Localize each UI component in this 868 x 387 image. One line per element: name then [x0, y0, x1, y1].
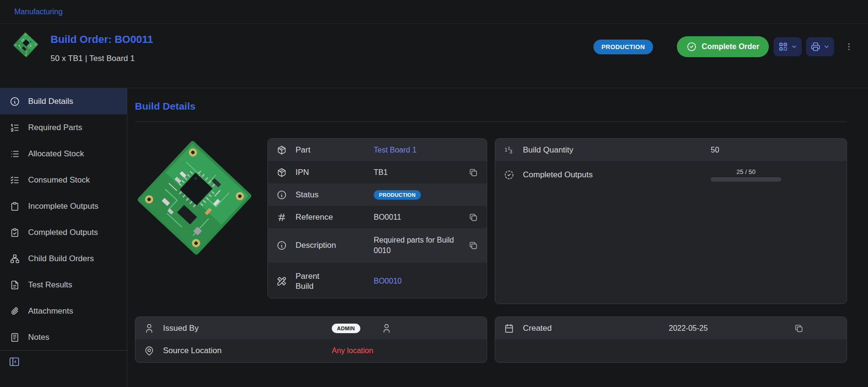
- section-title: Build Details: [135, 101, 847, 112]
- user-icon: [381, 323, 392, 334]
- copy-icon: [469, 241, 478, 250]
- details-section: Part Test Board 1 IPN TB1: [135, 138, 487, 304]
- copy-icon: [469, 168, 478, 177]
- copy-button[interactable]: [794, 324, 804, 333]
- copy-icon: [794, 324, 804, 333]
- part-label: Part: [296, 145, 366, 155]
- qrcode-icon: [778, 41, 788, 52]
- ipn-value: TB1: [374, 168, 388, 177]
- sidebar-item-completed-outputs[interactable]: Completed Outputs: [0, 219, 127, 245]
- description-value: Required parts for Build 0010: [374, 235, 456, 255]
- numbers-123-icon: 123: [504, 145, 515, 155]
- page-header: Build Order: BO0011 50 x TB1 | Test Boar…: [0, 24, 868, 88]
- sidebar-item-label: Test Results: [28, 280, 72, 290]
- page-subtitle: 50 x TB1 | Test Board 1: [51, 54, 153, 63]
- issued-by-label: Issued By: [163, 323, 324, 333]
- list-numbers-icon: [10, 122, 20, 133]
- issued-by-badge: ADMIN: [332, 324, 360, 333]
- source-location-value: Any location: [332, 346, 373, 355]
- svg-text:1: 1: [505, 147, 508, 152]
- list-check-icon: [10, 175, 20, 185]
- completed-outputs-label: Completed Outputs: [523, 170, 703, 180]
- sidebar-collapse-icon: [9, 356, 20, 367]
- list-icon: [10, 149, 20, 159]
- actions-menu-button[interactable]: [844, 42, 854, 51]
- sidebar-item-label: Required Parts: [28, 123, 82, 132]
- page-title: Build Order: BO0011: [51, 33, 153, 46]
- sidebar-item-label: Attachments: [28, 306, 73, 316]
- description-label: Description: [296, 240, 366, 250]
- info-circle-icon: [10, 96, 20, 107]
- package-icon: [276, 167, 288, 178]
- reference-value: BO0011: [374, 213, 401, 222]
- source-location-label: Source Location: [163, 346, 324, 356]
- detail-row-source-location: Source Location Any location: [135, 339, 487, 362]
- sidebar-item-label: Completed Outputs: [28, 228, 98, 237]
- detail-row-created: Created 2022-05-25: [495, 317, 847, 339]
- sidebar-item-label: Incomplete Outputs: [28, 202, 98, 211]
- status-value-badge: PRODUCTION: [374, 190, 421, 200]
- tools-icon: [276, 276, 288, 286]
- parent-build-link[interactable]: BO0010: [374, 277, 402, 285]
- info-circle-icon: [276, 190, 288, 200]
- breadcrumb: Manufacturing: [0, 0, 868, 24]
- copy-button[interactable]: [469, 241, 478, 250]
- map-pin-icon: [144, 346, 155, 356]
- copy-icon: [469, 213, 478, 222]
- sidebar-item-child-build-orders[interactable]: Child Build Orders: [0, 245, 127, 272]
- build-details-card: Part Test Board 1 IPN TB1: [267, 138, 487, 298]
- title-block: Build Order: BO0011 50 x TB1 | Test Boar…: [51, 30, 153, 63]
- breadcrumb-manufacturing-link[interactable]: Manufacturing: [14, 8, 62, 16]
- detail-row-issued-by: Issued By ADMIN: [135, 317, 487, 339]
- sidebar-item-required-parts[interactable]: Required Parts: [0, 114, 127, 141]
- barcode-actions-button[interactable]: [774, 37, 802, 56]
- part-image[interactable]: [135, 138, 254, 257]
- part-thumbnail[interactable]: [12, 31, 39, 58]
- header-actions: PRODUCTION Complete Order: [593, 36, 854, 57]
- sidebar-item-label: Consumed Stock: [28, 175, 90, 185]
- sidebar-item-allocated-stock[interactable]: Allocated Stock: [0, 141, 127, 167]
- ipn-label: IPN: [296, 167, 366, 177]
- created-card: Created 2022-05-25: [495, 316, 847, 363]
- progress-label: 25 / 50: [736, 168, 756, 175]
- file-text-icon: [10, 280, 20, 290]
- pcb-image: [136, 140, 252, 255]
- chevron-down-icon: [791, 43, 797, 50]
- pcb-thumbnail-image: [13, 32, 39, 58]
- detail-row-status: Status PRODUCTION: [268, 183, 487, 206]
- sidebar-item-consumed-stock[interactable]: Consumed Stock: [0, 167, 127, 193]
- clipboard-icon: [10, 201, 20, 212]
- user-icon: [144, 323, 155, 334]
- build-quantity-card: 123 Build Quantity 50 Completed Outputs …: [495, 138, 847, 304]
- sidebar-item-attachments[interactable]: Attachments: [0, 298, 127, 324]
- sidebar-footer: [0, 350, 127, 375]
- circle-check-icon: [686, 41, 697, 52]
- complete-order-button[interactable]: Complete Order: [677, 36, 769, 57]
- paperclip-icon: [10, 306, 20, 316]
- dots-vertical-icon: [844, 42, 854, 51]
- parent-build-label: Parent Build: [296, 271, 366, 292]
- sitemap-icon: [10, 254, 20, 264]
- info-circle-icon: [276, 240, 288, 251]
- sidebar-item-test-results[interactable]: Test Results: [0, 272, 127, 298]
- sidebar-item-incomplete-outputs[interactable]: Incomplete Outputs: [0, 193, 127, 219]
- package-icon: [276, 145, 288, 155]
- copy-button[interactable]: [469, 213, 478, 222]
- sidebar-item-build-details[interactable]: Build Details: [0, 88, 127, 114]
- sidebar-item-label: Child Build Orders: [28, 254, 94, 264]
- reference-label: Reference: [296, 212, 366, 222]
- progress-check-icon: [504, 170, 515, 180]
- sidebar-item-label: Notes: [28, 333, 49, 342]
- complete-order-label: Complete Order: [702, 42, 759, 51]
- detail-row-description: Description Required parts for Build 001…: [268, 228, 487, 263]
- sidebar-collapse-button[interactable]: [9, 356, 20, 367]
- chevron-down-icon: [823, 43, 830, 50]
- copy-button[interactable]: [469, 168, 478, 177]
- sidebar-item-notes[interactable]: Notes: [0, 324, 127, 350]
- part-link[interactable]: Test Board 1: [374, 146, 417, 154]
- completed-outputs-progress: 25 / 50: [711, 168, 781, 182]
- progress-bar: [711, 177, 781, 182]
- sidebar: Build Details Required Parts Allocated S…: [0, 88, 127, 387]
- print-actions-button[interactable]: [806, 37, 834, 56]
- sidebar-item-label: Build Details: [28, 97, 73, 106]
